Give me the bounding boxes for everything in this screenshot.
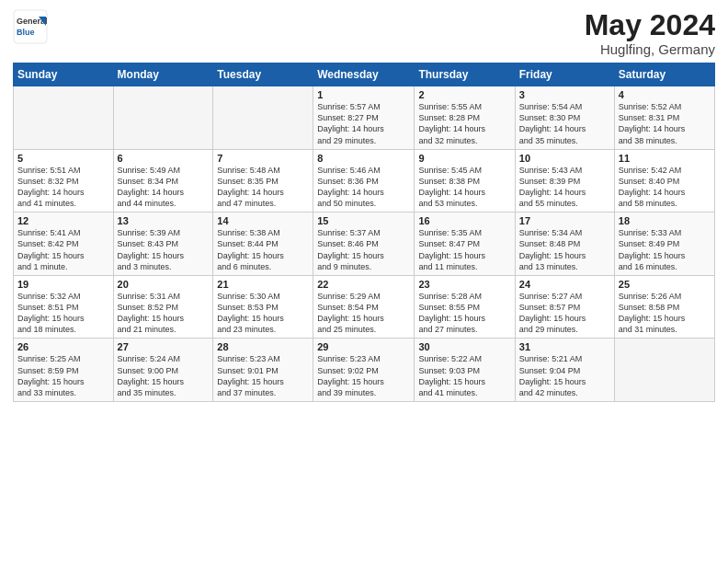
calendar-cell: 20Sunrise: 5:31 AMSunset: 8:52 PMDayligh…	[113, 275, 213, 339]
calendar-cell: 24Sunrise: 5:27 AMSunset: 8:57 PMDayligh…	[515, 275, 614, 339]
calendar-cell: 21Sunrise: 5:30 AMSunset: 8:53 PMDayligh…	[213, 275, 313, 339]
calendar-cell: 1Sunrise: 5:57 AMSunset: 8:27 PMDaylight…	[313, 86, 415, 150]
cell-content: Sunrise: 5:45 AMSunset: 8:38 PMDaylight:…	[418, 165, 510, 210]
calendar-cell: 18Sunrise: 5:33 AMSunset: 8:49 PMDayligh…	[614, 213, 714, 276]
cell-content: Sunrise: 5:23 AMSunset: 9:02 PMDaylight:…	[317, 353, 410, 398]
logo: General Blue	[13, 9, 48, 44]
calendar-cell: 22Sunrise: 5:29 AMSunset: 8:54 PMDayligh…	[313, 275, 415, 339]
cell-content: Sunrise: 5:55 AMSunset: 8:28 PMDaylight:…	[418, 101, 510, 146]
calendar-week-2: 12Sunrise: 5:41 AMSunset: 8:42 PMDayligh…	[14, 213, 715, 276]
day-number: 12	[17, 215, 109, 226]
day-number: 4	[619, 89, 711, 100]
cell-content: Sunrise: 5:43 AMSunset: 8:39 PMDaylight:…	[519, 165, 610, 210]
day-number: 7	[217, 153, 309, 164]
day-number: 19	[17, 279, 109, 290]
header: General Blue May 2024 Huglfing, Germany	[13, 9, 715, 57]
calendar-table: Sunday Monday Tuesday Wednesday Thursday…	[13, 63, 715, 402]
logo-icon: General Blue	[13, 9, 48, 44]
calendar-week-0: 1Sunrise: 5:57 AMSunset: 8:27 PMDaylight…	[14, 86, 715, 150]
day-number: 1	[317, 89, 410, 100]
calendar-cell: 29Sunrise: 5:23 AMSunset: 9:02 PMDayligh…	[313, 339, 415, 402]
day-number: 31	[519, 341, 610, 352]
calendar-cell: 3Sunrise: 5:54 AMSunset: 8:30 PMDaylight…	[515, 86, 614, 150]
calendar-cell: 23Sunrise: 5:28 AMSunset: 8:55 PMDayligh…	[415, 275, 515, 339]
calendar-cell	[113, 86, 213, 150]
calendar-header-row: Sunday Monday Tuesday Wednesday Thursday…	[14, 63, 715, 86]
cell-content: Sunrise: 5:37 AMSunset: 8:46 PMDaylight:…	[317, 227, 410, 272]
day-number: 22	[317, 279, 410, 290]
day-number: 9	[418, 153, 510, 164]
day-number: 2	[418, 89, 510, 100]
calendar-cell: 12Sunrise: 5:41 AMSunset: 8:42 PMDayligh…	[14, 213, 114, 276]
calendar-cell: 19Sunrise: 5:32 AMSunset: 8:51 PMDayligh…	[14, 275, 114, 339]
day-number: 27	[118, 341, 210, 352]
cell-content: Sunrise: 5:32 AMSunset: 8:51 PMDaylight:…	[17, 291, 109, 336]
cell-content: Sunrise: 5:48 AMSunset: 8:35 PMDaylight:…	[217, 165, 309, 210]
svg-rect-0	[14, 10, 47, 43]
day-number: 29	[317, 341, 410, 352]
calendar-cell: 9Sunrise: 5:45 AMSunset: 8:38 PMDaylight…	[415, 149, 515, 213]
calendar-cell: 17Sunrise: 5:34 AMSunset: 8:48 PMDayligh…	[515, 213, 614, 276]
day-number: 24	[519, 279, 610, 290]
calendar-cell: 31Sunrise: 5:21 AMSunset: 9:04 PMDayligh…	[515, 339, 614, 402]
cell-content: Sunrise: 5:21 AMSunset: 9:04 PMDaylight:…	[519, 353, 610, 398]
calendar-cell: 28Sunrise: 5:23 AMSunset: 9:01 PMDayligh…	[213, 339, 313, 402]
calendar-cell: 6Sunrise: 5:49 AMSunset: 8:34 PMDaylight…	[113, 149, 213, 213]
header-friday: Friday	[515, 63, 614, 86]
header-monday: Monday	[113, 63, 213, 86]
cell-content: Sunrise: 5:22 AMSunset: 9:03 PMDaylight:…	[418, 353, 510, 398]
calendar-cell	[614, 339, 714, 402]
day-number: 14	[217, 215, 309, 226]
cell-content: Sunrise: 5:54 AMSunset: 8:30 PMDaylight:…	[519, 101, 610, 146]
calendar-cell	[14, 86, 114, 150]
calendar-cell: 5Sunrise: 5:51 AMSunset: 8:32 PMDaylight…	[14, 149, 114, 213]
cell-content: Sunrise: 5:23 AMSunset: 9:01 PMDaylight:…	[217, 353, 309, 398]
cell-content: Sunrise: 5:38 AMSunset: 8:44 PMDaylight:…	[217, 227, 309, 272]
day-number: 5	[17, 153, 109, 164]
cell-content: Sunrise: 5:33 AMSunset: 8:49 PMDaylight:…	[619, 227, 711, 272]
cell-content: Sunrise: 5:57 AMSunset: 8:27 PMDaylight:…	[317, 101, 410, 146]
title-block: May 2024 Huglfing, Germany	[585, 9, 715, 57]
day-number: 25	[619, 279, 711, 290]
svg-text:Blue: Blue	[17, 28, 35, 37]
day-number: 23	[418, 279, 510, 290]
day-number: 28	[217, 341, 309, 352]
day-number: 8	[317, 153, 410, 164]
cell-content: Sunrise: 5:41 AMSunset: 8:42 PMDaylight:…	[17, 227, 109, 272]
day-number: 3	[519, 89, 610, 100]
day-number: 20	[118, 279, 210, 290]
calendar-cell: 11Sunrise: 5:42 AMSunset: 8:40 PMDayligh…	[614, 149, 714, 213]
calendar-cell: 27Sunrise: 5:24 AMSunset: 9:00 PMDayligh…	[113, 339, 213, 402]
cell-content: Sunrise: 5:24 AMSunset: 9:00 PMDaylight:…	[118, 353, 210, 398]
day-number: 18	[619, 215, 711, 226]
cell-content: Sunrise: 5:25 AMSunset: 8:59 PMDaylight:…	[17, 353, 109, 398]
cell-content: Sunrise: 5:35 AMSunset: 8:47 PMDaylight:…	[418, 227, 510, 272]
cell-content: Sunrise: 5:49 AMSunset: 8:34 PMDaylight:…	[118, 165, 210, 210]
cell-content: Sunrise: 5:30 AMSunset: 8:53 PMDaylight:…	[217, 291, 309, 336]
header-tuesday: Tuesday	[213, 63, 313, 86]
calendar-week-4: 26Sunrise: 5:25 AMSunset: 8:59 PMDayligh…	[14, 339, 715, 402]
calendar-cell: 10Sunrise: 5:43 AMSunset: 8:39 PMDayligh…	[515, 149, 614, 213]
page-container: General Blue May 2024 Huglfing, Germany …	[0, 0, 728, 408]
calendar-cell: 8Sunrise: 5:46 AMSunset: 8:36 PMDaylight…	[313, 149, 415, 213]
calendar-location: Huglfing, Germany	[585, 41, 715, 57]
calendar-cell	[213, 86, 313, 150]
cell-content: Sunrise: 5:39 AMSunset: 8:43 PMDaylight:…	[118, 227, 210, 272]
cell-content: Sunrise: 5:26 AMSunset: 8:58 PMDaylight:…	[619, 291, 711, 336]
cell-content: Sunrise: 5:27 AMSunset: 8:57 PMDaylight:…	[519, 291, 610, 336]
day-number: 13	[118, 215, 210, 226]
cell-content: Sunrise: 5:46 AMSunset: 8:36 PMDaylight:…	[317, 165, 410, 210]
calendar-cell: 25Sunrise: 5:26 AMSunset: 8:58 PMDayligh…	[614, 275, 714, 339]
cell-content: Sunrise: 5:28 AMSunset: 8:55 PMDaylight:…	[418, 291, 510, 336]
header-thursday: Thursday	[415, 63, 515, 86]
header-sunday: Sunday	[14, 63, 114, 86]
calendar-title: May 2024	[585, 9, 715, 41]
calendar-cell: 14Sunrise: 5:38 AMSunset: 8:44 PMDayligh…	[213, 213, 313, 276]
calendar-cell: 4Sunrise: 5:52 AMSunset: 8:31 PMDaylight…	[614, 86, 714, 150]
cell-content: Sunrise: 5:31 AMSunset: 8:52 PMDaylight:…	[118, 291, 210, 336]
cell-content: Sunrise: 5:42 AMSunset: 8:40 PMDaylight:…	[619, 165, 711, 210]
calendar-cell: 30Sunrise: 5:22 AMSunset: 9:03 PMDayligh…	[415, 339, 515, 402]
day-number: 17	[519, 215, 610, 226]
calendar-week-3: 19Sunrise: 5:32 AMSunset: 8:51 PMDayligh…	[14, 275, 715, 339]
header-wednesday: Wednesday	[313, 63, 415, 86]
